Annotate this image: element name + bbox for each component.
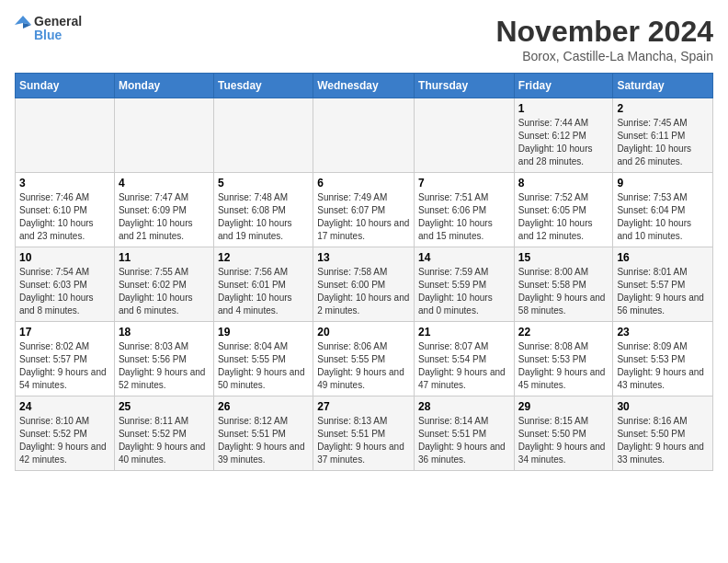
day-info: Sunrise: 8:00 AM Sunset: 5:58 PM Dayligh… [518, 266, 609, 317]
calendar-day-cell: 8Sunrise: 7:52 AM Sunset: 6:05 PM Daylig… [514, 173, 613, 247]
calendar-day-cell: 10Sunrise: 7:54 AM Sunset: 6:03 PM Dayli… [16, 247, 115, 322]
day-number: 23 [617, 326, 709, 339]
calendar-day-cell: 16Sunrise: 8:01 AM Sunset: 5:57 PM Dayli… [613, 247, 713, 322]
day-info: Sunrise: 7:47 AM Sunset: 6:09 PM Dayligh… [119, 191, 210, 243]
logo: General Blue [15, 15, 82, 43]
calendar-body: 1Sunrise: 7:44 AM Sunset: 6:12 PM Daylig… [16, 98, 713, 471]
day-info: Sunrise: 7:46 AM Sunset: 6:10 PM Dayligh… [19, 191, 110, 243]
weekday-header-cell: Friday [514, 74, 613, 98]
day-info: Sunrise: 8:16 AM Sunset: 5:50 PM Dayligh… [617, 415, 709, 466]
calendar-day-cell: 29Sunrise: 8:15 AM Sunset: 5:50 PM Dayli… [514, 396, 613, 471]
title-section: November 2024 Borox, Castille-La Mancha,… [495, 15, 713, 63]
day-number: 25 [119, 400, 210, 413]
calendar-day-cell: 4Sunrise: 7:47 AM Sunset: 6:09 PM Daylig… [114, 173, 213, 247]
day-number: 20 [317, 326, 410, 339]
day-info: Sunrise: 8:06 AM Sunset: 5:55 PM Dayligh… [317, 340, 410, 392]
logo-text-blue: Blue [34, 29, 82, 42]
calendar-day-cell [16, 98, 115, 173]
calendar-day-cell [415, 98, 515, 173]
day-info: Sunrise: 7:49 AM Sunset: 6:07 PM Dayligh… [317, 191, 410, 243]
day-info: Sunrise: 8:07 AM Sunset: 5:54 PM Dayligh… [418, 340, 510, 392]
day-info: Sunrise: 7:55 AM Sunset: 6:02 PM Dayligh… [119, 266, 210, 317]
day-info: Sunrise: 8:14 AM Sunset: 5:51 PM Dayligh… [418, 415, 510, 466]
day-number: 5 [218, 177, 309, 190]
day-number: 18 [119, 326, 210, 339]
day-info: Sunrise: 8:02 AM Sunset: 5:57 PM Dayligh… [19, 340, 110, 392]
calendar-day-cell: 25Sunrise: 8:11 AM Sunset: 5:52 PM Dayli… [114, 396, 213, 471]
day-number: 30 [617, 400, 709, 413]
calendar-day-cell: 13Sunrise: 7:58 AM Sunset: 6:00 PM Dayli… [313, 247, 415, 322]
day-number: 3 [19, 177, 110, 190]
day-number: 15 [518, 251, 609, 264]
day-info: Sunrise: 8:08 AM Sunset: 5:53 PM Dayligh… [518, 340, 609, 392]
calendar-day-cell: 22Sunrise: 8:08 AM Sunset: 5:53 PM Dayli… [514, 322, 613, 396]
weekday-header-cell: Wednesday [313, 74, 415, 98]
weekday-header-cell: Sunday [16, 74, 115, 98]
day-number: 22 [518, 326, 609, 339]
day-info: Sunrise: 7:51 AM Sunset: 6:06 PM Dayligh… [418, 191, 510, 243]
calendar-table: SundayMondayTuesdayWednesdayThursdayFrid… [15, 73, 713, 471]
day-number: 16 [617, 251, 709, 264]
calendar-day-cell: 6Sunrise: 7:49 AM Sunset: 6:07 PM Daylig… [313, 173, 415, 247]
day-number: 1 [518, 102, 609, 115]
day-info: Sunrise: 7:45 AM Sunset: 6:11 PM Dayligh… [617, 117, 709, 168]
calendar-day-cell: 1Sunrise: 7:44 AM Sunset: 6:12 PM Daylig… [514, 98, 613, 173]
calendar-day-cell: 28Sunrise: 8:14 AM Sunset: 5:51 PM Dayli… [415, 396, 515, 471]
day-info: Sunrise: 7:53 AM Sunset: 6:04 PM Dayligh… [617, 191, 709, 243]
day-number: 17 [19, 326, 110, 339]
weekday-header-cell: Saturday [613, 74, 713, 98]
day-info: Sunrise: 8:04 AM Sunset: 5:55 PM Dayligh… [218, 340, 309, 392]
day-number: 6 [317, 177, 410, 190]
day-number: 28 [418, 400, 510, 413]
logo-text-general: General [34, 15, 82, 29]
calendar-day-cell [114, 98, 213, 173]
day-info: Sunrise: 8:01 AM Sunset: 5:57 PM Dayligh… [617, 266, 709, 317]
day-info: Sunrise: 8:10 AM Sunset: 5:52 PM Dayligh… [19, 415, 110, 466]
calendar-day-cell: 18Sunrise: 8:03 AM Sunset: 5:56 PM Dayli… [114, 322, 213, 396]
calendar-day-cell: 5Sunrise: 7:48 AM Sunset: 6:08 PM Daylig… [213, 173, 313, 247]
day-number: 26 [218, 400, 309, 413]
month-year: November 2024 [495, 15, 713, 49]
day-info: Sunrise: 7:52 AM Sunset: 6:05 PM Dayligh… [518, 191, 609, 243]
day-info: Sunrise: 7:48 AM Sunset: 6:08 PM Dayligh… [218, 191, 309, 243]
day-number: 21 [418, 326, 510, 339]
weekday-header-cell: Thursday [415, 74, 515, 98]
calendar-day-cell: 12Sunrise: 7:56 AM Sunset: 6:01 PM Dayli… [213, 247, 313, 322]
day-info: Sunrise: 7:56 AM Sunset: 6:01 PM Dayligh… [218, 266, 309, 317]
logo-bird-icon [15, 16, 31, 41]
day-info: Sunrise: 8:03 AM Sunset: 5:56 PM Dayligh… [119, 340, 210, 392]
day-info: Sunrise: 8:13 AM Sunset: 5:51 PM Dayligh… [317, 415, 410, 466]
calendar-week-row: 1Sunrise: 7:44 AM Sunset: 6:12 PM Daylig… [16, 98, 713, 173]
calendar-day-cell: 21Sunrise: 8:07 AM Sunset: 5:54 PM Dayli… [415, 322, 515, 396]
day-number: 11 [119, 251, 210, 264]
header: General Blue November 2024 Borox, Castil… [15, 15, 713, 63]
day-info: Sunrise: 8:09 AM Sunset: 5:53 PM Dayligh… [617, 340, 709, 392]
day-number: 9 [617, 177, 709, 190]
calendar-day-cell: 11Sunrise: 7:55 AM Sunset: 6:02 PM Dayli… [114, 247, 213, 322]
day-info: Sunrise: 7:58 AM Sunset: 6:00 PM Dayligh… [317, 266, 410, 317]
day-number: 13 [317, 251, 410, 264]
day-info: Sunrise: 7:54 AM Sunset: 6:03 PM Dayligh… [19, 266, 110, 317]
calendar-day-cell: 9Sunrise: 7:53 AM Sunset: 6:04 PM Daylig… [613, 173, 713, 247]
calendar-day-cell: 14Sunrise: 7:59 AM Sunset: 5:59 PM Dayli… [415, 247, 515, 322]
calendar-week-row: 24Sunrise: 8:10 AM Sunset: 5:52 PM Dayli… [16, 396, 713, 471]
calendar-day-cell: 24Sunrise: 8:10 AM Sunset: 5:52 PM Dayli… [16, 396, 115, 471]
calendar-day-cell: 7Sunrise: 7:51 AM Sunset: 6:06 PM Daylig… [415, 173, 515, 247]
calendar-day-cell: 19Sunrise: 8:04 AM Sunset: 5:55 PM Dayli… [213, 322, 313, 396]
weekday-header-cell: Monday [114, 74, 213, 98]
day-number: 7 [418, 177, 510, 190]
calendar-day-cell: 23Sunrise: 8:09 AM Sunset: 5:53 PM Dayli… [613, 322, 713, 396]
calendar-day-cell [313, 98, 415, 173]
calendar-day-cell: 15Sunrise: 8:00 AM Sunset: 5:58 PM Dayli… [514, 247, 613, 322]
day-number: 4 [119, 177, 210, 190]
calendar-day-cell [213, 98, 313, 173]
day-number: 2 [617, 102, 709, 115]
calendar-week-row: 17Sunrise: 8:02 AM Sunset: 5:57 PM Dayli… [16, 322, 713, 396]
day-number: 24 [19, 400, 110, 413]
day-info: Sunrise: 8:11 AM Sunset: 5:52 PM Dayligh… [119, 415, 210, 466]
day-number: 8 [518, 177, 609, 190]
day-info: Sunrise: 8:12 AM Sunset: 5:51 PM Dayligh… [218, 415, 309, 466]
day-info: Sunrise: 7:59 AM Sunset: 5:59 PM Dayligh… [418, 266, 510, 317]
weekday-header-cell: Tuesday [213, 74, 313, 98]
calendar-day-cell: 27Sunrise: 8:13 AM Sunset: 5:51 PM Dayli… [313, 396, 415, 471]
